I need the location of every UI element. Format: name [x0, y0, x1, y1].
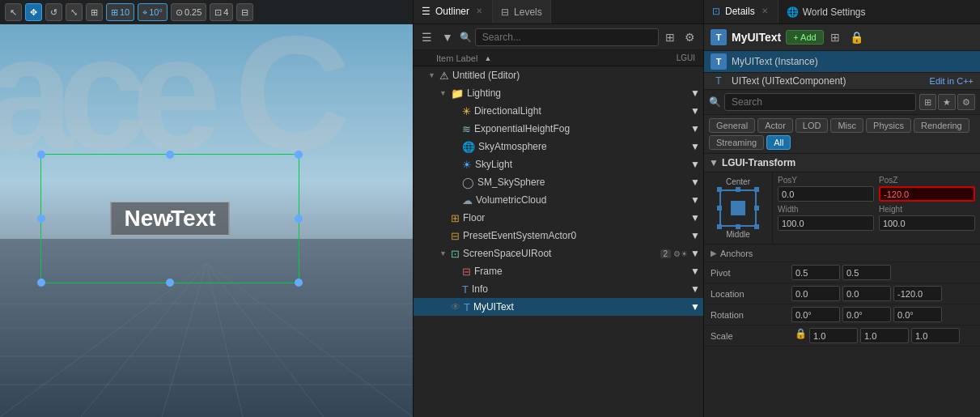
outliner-add-btn[interactable]: ⊞ — [662, 29, 678, 45]
height-input[interactable] — [879, 215, 975, 231]
cat-misc[interactable]: Misc — [830, 118, 863, 133]
outliner-tree[interactable]: ▼ ⚠ Untitled (Editor) ▼ 📁 Lighting ▼ ✳ D… — [414, 66, 703, 417]
select-tool-btn[interactable]: ↖ — [5, 3, 22, 21]
tab-outliner[interactable]: ☰ Outliner ✕ — [414, 0, 493, 23]
anchors-row[interactable]: ▶ Anchors — [704, 245, 980, 262]
handle-bm[interactable] — [166, 279, 174, 287]
cat-rendering[interactable]: Rendering — [914, 118, 969, 133]
loc-y-input[interactable] — [842, 286, 891, 301]
lock-icon[interactable]: 🔒 — [795, 328, 807, 343]
pivot-y-input[interactable] — [842, 265, 891, 280]
floor-arrow: ▼ — [690, 212, 700, 223]
anchor-visual: Center Middle — [704, 172, 773, 244]
grid-layout-btn[interactable]: ⊞ — [827, 29, 843, 45]
handle-br[interactable] — [295, 279, 303, 287]
rotation-btn[interactable]: ⌖ 10° — [138, 3, 168, 21]
transform-fields: PosY PosZ Width Height — [773, 172, 980, 244]
handle-tl[interactable] — [37, 151, 45, 159]
grid-btn[interactable]: ⊞ 10 — [106, 3, 134, 21]
move-tool-btn[interactable]: ✥ — [25, 3, 42, 21]
tab-world-settings[interactable]: 🌐 World Settings — [778, 0, 874, 23]
outliner-filter-btn[interactable]: ▼ — [439, 29, 456, 45]
cat-general[interactable]: General — [709, 118, 755, 133]
properties-area[interactable]: ▼ LGUI-Transform Center — [704, 154, 980, 417]
pivot-handle[interactable] — [167, 215, 173, 222]
extra-btn[interactable]: ⊟ — [236, 3, 253, 21]
rotate-tool-btn[interactable]: ↺ — [45, 3, 62, 21]
pivot-row: Pivot — [704, 262, 980, 283]
tree-item-info[interactable]: T Info ▼ — [414, 280, 703, 298]
handle-tr[interactable] — [295, 151, 303, 159]
width-label: Width — [778, 205, 874, 214]
lock-btn[interactable]: 🔒 — [846, 29, 867, 45]
snap-btn[interactable]: ⊡ 4 — [210, 3, 233, 21]
outliner-panel: ☰ Outliner ✕ ⊟ Levels ☰ ▼ 🔍 ⊞ ⚙ Item Lab… — [413, 0, 704, 417]
cat-all[interactable]: All — [766, 135, 791, 150]
component-row[interactable]: T UIText (UITextComponent) Edit in C++ — [704, 73, 980, 90]
loc-z-input[interactable] — [893, 286, 942, 301]
viewport-scene[interactable]: ace C — [0, 24, 413, 417]
tree-item-volcloud[interactable]: ☁ VolumetricCloud ▼ — [414, 191, 703, 209]
scale-z-input[interactable] — [911, 328, 960, 343]
edit-cpp-link[interactable]: Edit in C++ — [930, 76, 974, 86]
tab-details[interactable]: ⊡ Details ✕ — [704, 0, 778, 23]
outliner-settings-btn[interactable]: ⚙ — [681, 29, 698, 45]
frame-arrow: ▼ — [690, 266, 700, 277]
scale-y-input[interactable] — [860, 328, 909, 343]
handle-tm[interactable] — [166, 151, 174, 159]
outliner-tab-close[interactable]: ✕ — [474, 6, 484, 16]
handle-bl[interactable] — [37, 279, 45, 287]
rot-x-input[interactable] — [791, 307, 840, 322]
tree-item-myuitext[interactable]: 👁 T MyUIText ▼ — [414, 298, 703, 316]
tree-item-preset[interactable]: ⊟ PresetEventSystemActor0 ▼ — [414, 227, 703, 245]
viewport[interactable]: ↖ ✥ ↺ ⤡ ⊞ ⊞ 10 ⌖ 10° ⊙ 0.25 ⊡ 4 ⊟ ace C — [0, 0, 413, 417]
tree-item-frame[interactable]: ⊟ Frame ▼ — [414, 262, 703, 280]
add-component-btn[interactable]: + Add — [786, 30, 823, 45]
posy-input[interactable] — [778, 186, 874, 202]
posz-input[interactable] — [879, 186, 975, 202]
filter-grid-btn[interactable]: ⊞ — [919, 94, 936, 110]
cat-lod[interactable]: LOD — [795, 118, 829, 133]
tree-item-screenui[interactable]: ▼ ⊡ ScreenSpaceUIRoot 2 ⚙☀ ▼ — [414, 245, 703, 262]
visibility-icon[interactable]: 👁 — [451, 301, 460, 313]
tree-item-dirlight[interactable]: ✳ DirectionalLight ▼ — [414, 102, 703, 120]
details-search-input[interactable] — [724, 93, 916, 111]
filter-gear-btn[interactable]: ⚙ — [957, 94, 975, 110]
filter-star-btn[interactable]: ★ — [938, 94, 956, 110]
anchor-box[interactable] — [719, 189, 757, 227]
scale-snap-btn[interactable]: ⊙ 0.25 — [171, 3, 206, 21]
cat-actor[interactable]: Actor — [757, 118, 793, 133]
cat-physics[interactable]: Physics — [866, 118, 911, 133]
scale-x-input[interactable] — [809, 328, 858, 343]
scale-tool-btn[interactable]: ⤡ — [66, 3, 83, 21]
rect-tool-btn[interactable]: ⊞ — [86, 3, 103, 21]
tab-levels[interactable]: ⊟ Levels — [493, 0, 551, 23]
rot-y-input[interactable] — [842, 307, 891, 322]
tree-item-skylight[interactable]: ☀ SkyLight ▼ — [414, 155, 703, 173]
loc-x-input[interactable] — [791, 286, 840, 301]
outliner-search[interactable] — [475, 28, 659, 46]
tree-item-fog[interactable]: ≋ ExponentialHeightFog ▼ — [414, 120, 703, 138]
outliner-menu-btn[interactable]: ☰ — [418, 29, 435, 45]
skyatmo-label: SkyAtmosphere — [478, 141, 689, 152]
instance-row[interactable]: T MyUIText (Instance) — [704, 51, 980, 73]
width-input[interactable] — [778, 215, 874, 231]
tree-item-skysphere[interactable]: ◯ SM_SkySphere ▼ — [414, 173, 703, 191]
tree-item-lighting[interactable]: ▼ 📁 Lighting ▼ — [414, 84, 703, 102]
handle-ml[interactable] — [37, 215, 45, 223]
tree-item-skyatmo[interactable]: 🌐 SkyAtmosphere ▼ — [414, 138, 703, 155]
section-lgui-transform[interactable]: ▼ LGUI-Transform — [704, 154, 980, 172]
info-icon: T — [462, 283, 469, 296]
details-tab-close[interactable]: ✕ — [760, 6, 770, 16]
rot-z-input[interactable] — [893, 307, 942, 322]
pivot-x-input[interactable] — [791, 265, 840, 280]
handle-mr[interactable] — [295, 215, 303, 223]
tree-item-floor[interactable]: ⊞ Floor ▼ — [414, 209, 703, 227]
section-title: LGUI-Transform — [722, 157, 795, 168]
dirlight-right: ▼ — [690, 105, 700, 117]
cat-streaming[interactable]: Streaming — [709, 135, 764, 150]
tree-item-untitled[interactable]: ▼ ⚠ Untitled (Editor) — [414, 66, 703, 84]
inner-anchor-box — [731, 201, 745, 215]
ui-text-selection[interactable]: NewText — [40, 154, 299, 283]
anchor-mr — [754, 206, 759, 211]
